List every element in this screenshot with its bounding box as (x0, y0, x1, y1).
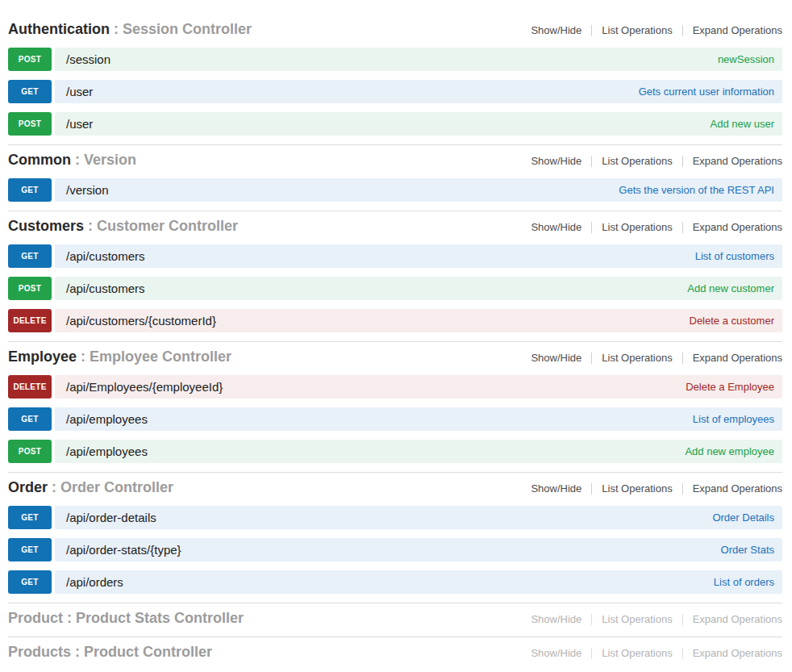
method-badge[interactable]: POST (8, 48, 52, 71)
expand-operations-link[interactable]: Expand Operations (693, 221, 782, 233)
endpoint-bar: /api/employees List of employees (55, 407, 782, 431)
endpoint-description-link[interactable]: List of employees (693, 413, 774, 425)
api-resource: Products : Product Controller Show/Hide … (8, 637, 782, 661)
option-expand-operations: Expand Operations (673, 647, 782, 659)
endpoint-description-link[interactable]: Delete a customer (690, 315, 775, 327)
resource-name-link[interactable]: Product (8, 610, 63, 626)
resource-controller-link[interactable]: Version (84, 152, 136, 168)
show-hide-link[interactable]: Show/Hide (531, 482, 581, 495)
endpoint-bar: /user Gets current user information (55, 80, 782, 103)
endpoint-list: GET /api/order-details Order Details GET… (8, 506, 782, 594)
method-badge[interactable]: GET (8, 244, 52, 268)
resource-controller-link[interactable]: Product Controller (84, 644, 212, 660)
endpoint-path-link[interactable]: /api/customers/{customerId} (66, 314, 216, 328)
title-separator: : (81, 349, 85, 365)
endpoint-path-link[interactable]: /api/employees (66, 412, 148, 426)
endpoint-description-link[interactable]: Add new user (711, 118, 775, 130)
api-resource: Customers : Customer Controller Show/Hid… (8, 211, 782, 332)
list-operations-link[interactable]: List Operations (602, 221, 672, 233)
endpoint-path-link[interactable]: /api/order-details (66, 511, 156, 524)
resource-controller-link[interactable]: Product Stats Controller (76, 610, 244, 626)
endpoint-bar: /api/Employees/{employeeId} Delete a Emp… (55, 375, 782, 399)
list-operations-link[interactable]: List Operations (602, 24, 672, 36)
title-separator: : (75, 152, 80, 168)
list-operations-link[interactable]: List Operations (602, 482, 672, 495)
endpoint-row: GET /user Gets current user information (8, 80, 782, 103)
expand-operations-link[interactable]: Expand Operations (693, 482, 782, 495)
resource-controller-link[interactable]: Session Controller (123, 21, 252, 37)
endpoint-description-link[interactable]: Order Stats (721, 544, 774, 556)
endpoint-description-link[interactable]: Add new customer (687, 282, 774, 294)
method-badge[interactable]: GET (8, 407, 52, 431)
resource-options: Show/Hide List Operations Expand Operati… (531, 647, 782, 659)
list-operations-link[interactable]: List Operations (602, 155, 672, 167)
endpoint-description-link[interactable]: newSession (718, 53, 774, 65)
endpoint-path-link[interactable]: /api/orders (66, 575, 123, 589)
list-operations-link[interactable]: List Operations (602, 352, 672, 364)
expand-operations-link[interactable]: Expand Operations (693, 352, 782, 364)
method-badge[interactable]: GET (8, 506, 52, 529)
endpoint-row: GET /version Gets the version of the RES… (8, 178, 782, 202)
endpoint-path-link[interactable]: /session (66, 52, 110, 66)
endpoint-row: GET /api/customers List of customers (8, 244, 782, 268)
method-badge[interactable]: GET (8, 178, 52, 202)
show-hide-link[interactable]: Show/Hide (531, 155, 581, 167)
method-badge[interactable]: POST (8, 440, 52, 463)
endpoint-list: GET /version Gets the version of the RES… (8, 178, 782, 202)
endpoint-description-link[interactable]: List of orders (714, 576, 774, 588)
api-resource: Employee : Employee Controller Show/Hide… (8, 341, 782, 463)
endpoint-path-link[interactable]: /api/customers (66, 249, 145, 263)
endpoint-description-link[interactable]: Order Details (712, 511, 774, 524)
option-list-operations: List Operations (581, 24, 672, 36)
expand-operations-link[interactable]: Expand Operations (693, 155, 782, 167)
endpoint-description-link[interactable]: Gets current user information (639, 86, 774, 98)
endpoint-row: GET /api/orders List of orders (8, 570, 782, 594)
endpoint-path-link[interactable]: /api/Employees/{employeeId} (66, 380, 223, 394)
endpoint-description-link[interactable]: List of customers (695, 250, 774, 262)
endpoint-path-link[interactable]: /api/customers (66, 282, 145, 295)
expand-operations-link[interactable]: Expand Operations (693, 24, 782, 36)
endpoint-description-link[interactable]: Gets the version of the REST API (619, 184, 774, 196)
resource-name-link[interactable]: Authentication (8, 21, 110, 37)
resource-header: Authentication : Session Controller Show… (8, 21, 782, 38)
method-badge[interactable]: DELETE (8, 309, 52, 332)
resource-controller-link[interactable]: Order Controller (60, 479, 173, 495)
resource-controller-link[interactable]: Employee Controller (90, 349, 231, 365)
endpoint-path-link[interactable]: /api/order-stats/{type} (66, 543, 181, 557)
endpoint-row: GET /api/employees List of employees (8, 407, 782, 431)
resource-name-link[interactable]: Products (8, 644, 71, 660)
resource-name-link[interactable]: Employee (8, 349, 77, 365)
list-operations-link[interactable]: List Operations (602, 647, 672, 659)
show-hide-link[interactable]: Show/Hide (531, 647, 581, 659)
endpoint-list: POST /session newSession GET /user Gets … (8, 48, 782, 136)
endpoint-bar: /api/customers Add new customer (55, 277, 782, 300)
expand-operations-link[interactable]: Expand Operations (693, 613, 782, 625)
show-hide-link[interactable]: Show/Hide (531, 613, 581, 625)
show-hide-link[interactable]: Show/Hide (531, 24, 581, 36)
list-operations-link[interactable]: List Operations (602, 613, 672, 625)
endpoint-path-link[interactable]: /user (66, 85, 93, 98)
endpoint-row: GET /api/order-stats/{type} Order Stats (8, 538, 782, 561)
show-hide-link[interactable]: Show/Hide (531, 221, 581, 233)
method-badge[interactable]: DELETE (8, 375, 52, 399)
method-badge[interactable]: GET (8, 570, 52, 594)
method-badge[interactable]: POST (8, 277, 52, 300)
method-badge[interactable]: GET (8, 80, 52, 103)
api-resource-list: Authentication : Session Controller Show… (8, 21, 782, 661)
endpoint-description-link[interactable]: Delete a Employee (686, 381, 774, 393)
title-separator: : (67, 610, 72, 626)
resource-name-link[interactable]: Common (8, 152, 71, 168)
endpoint-path-link[interactable]: /version (66, 183, 109, 197)
endpoint-path-link[interactable]: /api/employees (66, 445, 148, 458)
endpoint-path-link[interactable]: /user (66, 117, 93, 131)
method-badge[interactable]: POST (8, 112, 52, 136)
expand-operations-link[interactable]: Expand Operations (693, 647, 782, 659)
api-resource: Product : Product Stats Controller Show/… (8, 603, 782, 627)
resource-controller-link[interactable]: Customer Controller (97, 218, 238, 234)
resource-name-link[interactable]: Order (8, 479, 48, 495)
endpoint-description-link[interactable]: Add new employee (685, 445, 774, 457)
method-badge[interactable]: GET (8, 538, 52, 561)
option-expand-operations: Expand Operations (673, 482, 782, 495)
resource-name-link[interactable]: Customers (8, 218, 84, 234)
show-hide-link[interactable]: Show/Hide (531, 352, 581, 364)
